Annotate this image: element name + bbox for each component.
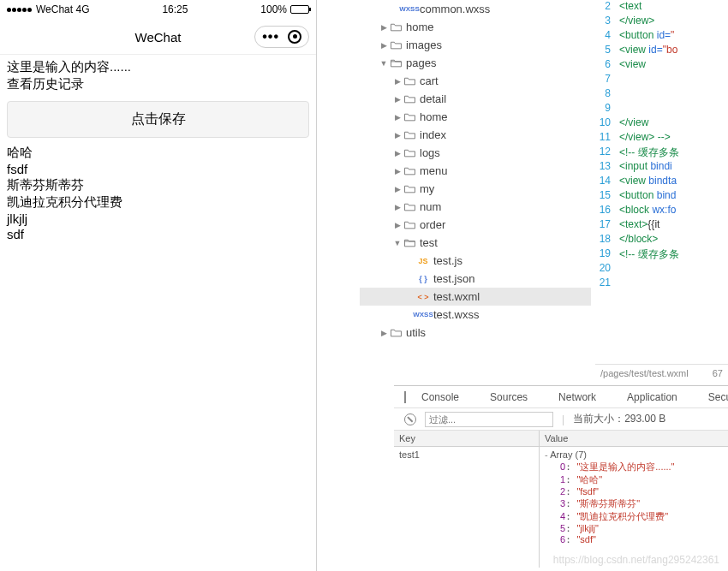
folder-utils[interactable]: ▶ utils <box>360 324 591 342</box>
input-echo-text: 这里是输入的内容...... <box>7 59 309 75</box>
devtools-tab-console[interactable]: Console <box>421 391 459 403</box>
file-test.wxml[interactable]: < > test.wxml <box>360 288 591 306</box>
code-line[interactable]: 18 </block> <box>595 233 728 247</box>
code-line[interactable]: 14 <view bindta <box>595 175 728 189</box>
folder-icon <box>403 94 416 104</box>
filter-input[interactable] <box>425 412 553 427</box>
folder-icon <box>403 166 416 175</box>
folder-menu[interactable]: ▶ menu <box>360 162 591 180</box>
folder-icon <box>403 220 416 229</box>
list-item: 凯迪拉克积分代理费 <box>7 194 309 211</box>
file-test.json[interactable]: { } test.json <box>360 270 591 288</box>
inspect-icon[interactable] <box>404 391 406 403</box>
key-header: Key <box>394 431 539 447</box>
code-editor[interactable]: 2 <text 3 </view> 4 <button id=" 5 <view… <box>595 0 728 360</box>
code-line[interactable]: 6 <view <box>595 58 728 73</box>
battery-icon <box>290 5 309 14</box>
code-line[interactable]: 8 <box>595 87 728 102</box>
code-line[interactable]: 7 <box>595 73 728 87</box>
storage-key-column: Key test1 <box>394 431 540 568</box>
array-entry[interactable]: 2: "fsdf" <box>545 486 723 497</box>
devtools-tab-sources[interactable]: Sources <box>490 391 528 403</box>
file-test.wxss[interactable]: WXSS test.wxss <box>360 306 591 324</box>
mini-program-capsule[interactable]: ••• <box>254 26 309 48</box>
folder-cart[interactable]: ▶ cart <box>360 72 591 90</box>
signal-and-carrier: WeChat 4G <box>7 3 89 15</box>
folder-icon <box>403 202 416 211</box>
code-line[interactable]: 11 </view> --> <box>595 131 728 146</box>
clear-icon[interactable] <box>404 413 416 425</box>
history-link[interactable]: 查看历史记录 <box>7 76 309 92</box>
folder-images[interactable]: ▶ images <box>360 36 591 54</box>
wechat-navbar: WeChat ••• <box>0 19 316 55</box>
folder-open-icon <box>389 58 403 68</box>
code-line[interactable]: 16 <block wx:fo <box>595 204 728 218</box>
storage-value-column: Value - Array (7) 0: "这里是输入的内容......" 1:… <box>540 431 728 568</box>
editor-status-bar: /pages/test/test.wxml 67 <box>595 364 728 382</box>
code-line[interactable]: 5 <view id="bo <box>595 44 728 58</box>
array-entry[interactable]: 5: "jlkjlj" <box>545 523 723 534</box>
clock: 16:25 <box>162 3 188 15</box>
code-line[interactable]: 9 <box>595 102 728 116</box>
simulator-phone: WeChat 4G 16:25 100% WeChat ••• 这里是输入的内容… <box>0 0 317 571</box>
folder-icon <box>389 328 403 337</box>
devtools-tabs: ConsoleSourcesNetworkApplicationSecurity… <box>394 386 728 408</box>
code-line[interactable]: 17 <text>{{it <box>595 218 728 233</box>
folder-num[interactable]: ▶ num <box>360 198 591 216</box>
array-entry[interactable]: 0: "这里是输入的内容......" <box>545 461 723 473</box>
storage-size-label: 当前大小：293.00 B <box>573 412 665 426</box>
code-line[interactable]: 4 <button id=" <box>595 29 728 44</box>
list-item: 斯蒂芬斯蒂芬 <box>7 177 309 193</box>
folder-pages[interactable]: ▼ pages <box>360 54 591 72</box>
code-line[interactable]: 13 <input bindi <box>595 160 728 175</box>
array-entry[interactable]: 6: "sdf" <box>545 534 723 545</box>
folder-open-icon <box>403 238 416 247</box>
value-header: Value <box>540 431 728 447</box>
editor-path: /pages/test/test.wxml <box>600 368 689 378</box>
carrier-label: WeChat 4G <box>36 3 89 15</box>
array-entry[interactable]: 4: "凯迪拉克积分代理费" <box>545 510 723 523</box>
array-entry[interactable]: 1: "哈哈" <box>545 473 723 486</box>
code-line[interactable]: 10 </view <box>595 116 728 131</box>
list-item: jlkjlj <box>7 211 309 226</box>
folder-index[interactable]: ▶ index <box>360 126 591 144</box>
folder-icon <box>403 130 416 140</box>
folder-my[interactable]: ▶ my <box>360 180 591 198</box>
list-item: 哈哈 <box>7 145 309 161</box>
code-line[interactable]: 19 <!-- 缓存多条 <box>595 247 728 262</box>
devtools-panel: ConsoleSourcesNetworkApplicationSecurity… <box>394 385 728 571</box>
folder-icon <box>403 76 416 86</box>
close-target-icon[interactable] <box>288 30 301 44</box>
battery: 100% <box>260 3 309 15</box>
page-content: 这里是输入的内容...... 查看历史记录 点击保存 哈哈fsdf斯蒂芬斯蒂芬凯… <box>0 55 316 246</box>
file-common-wxss[interactable]: WXSS common.wxss <box>360 0 591 18</box>
devtools-tab-application[interactable]: Application <box>627 391 677 403</box>
file-test.js[interactable]: JS test.js <box>360 252 591 270</box>
folder-logs[interactable]: ▶ logs <box>360 144 591 162</box>
storage-value-row[interactable]: - Array (7) 0: "这里是输入的内容......" 1: "哈哈" … <box>540 447 728 548</box>
save-button[interactable]: 点击保存 <box>7 101 309 138</box>
code-line[interactable]: 2 <text <box>595 0 728 15</box>
editor-cursor: 67 <box>713 368 723 378</box>
list-item: fsdf <box>7 162 309 176</box>
storage-key-row[interactable]: test1 <box>394 447 539 462</box>
folder-icon <box>403 184 416 193</box>
devtools-tab-security[interactable]: Security <box>708 391 728 403</box>
code-line[interactable]: 3 </view> <box>595 15 728 29</box>
folder-test[interactable]: ▼ test <box>360 234 591 252</box>
devtools-tab-network[interactable]: Network <box>558 391 596 403</box>
folder-detail[interactable]: ▶ detail <box>360 90 591 108</box>
watermark: https://blog.csdn.net/fang295242361 <box>553 554 719 566</box>
array-entry[interactable]: 3: "斯蒂芬斯蒂芬" <box>545 497 723 510</box>
navbar-title: WeChat <box>135 29 182 44</box>
folder-home[interactable]: ▶ home <box>360 108 591 126</box>
folder-icon <box>403 112 416 122</box>
folder-home[interactable]: ▶ home <box>360 18 591 36</box>
folder-order[interactable]: ▶ order <box>360 216 591 234</box>
code-line[interactable]: 21 <box>595 277 728 291</box>
list-item: sdf <box>7 227 309 241</box>
code-line[interactable]: 15 <button bind <box>595 189 728 204</box>
code-line[interactable]: 20 <box>595 262 728 277</box>
more-icon[interactable]: ••• <box>262 29 279 45</box>
code-line[interactable]: 12 <!-- 缓存多条 <box>595 146 728 160</box>
